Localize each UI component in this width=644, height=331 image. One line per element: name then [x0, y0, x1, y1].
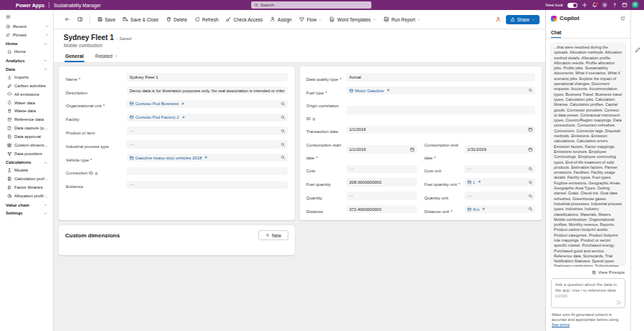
side-pane-button[interactable] [74, 14, 86, 24]
remove-icon[interactable]: ✕ [386, 89, 390, 93]
sidebar-group-data[interactable]: Data [0, 64, 53, 73]
calendar-icon[interactable] [526, 147, 533, 152]
back-button[interactable] [61, 14, 73, 24]
sidebar-group-value-chain[interactable]: Value chain [0, 200, 53, 209]
assign-button[interactable]: Assign [267, 14, 296, 24]
copilot-rail-icon[interactable] [635, 47, 640, 53]
field-distance[interactable]: 372.4000000000 [346, 205, 417, 214]
sidebar-group-calculations[interactable]: Calculations [0, 158, 53, 167]
sidebar-item-custom-dimensions[interactable]: Custom dimensions [0, 141, 53, 149]
lookup-pill[interactable]: L✕ [467, 180, 481, 184]
field-facility[interactable]: Contoso Pod Factory 2✕ [127, 114, 288, 122]
tab-general[interactable]: General [64, 52, 85, 62]
nav-toggle-button[interactable] [0, 12, 53, 22]
sidebar-item-waste-data[interactable]: Waste data [0, 107, 53, 115]
field-name[interactable]: Sydney Fleet 1 [127, 73, 288, 81]
remove-icon[interactable]: ✕ [181, 102, 185, 107]
sidebar-item-calculation-profiles[interactable]: Calculation profiles [0, 174, 53, 183]
help-icon[interactable] [612, 2, 618, 8]
sidebar-item-recent[interactable]: Recent [0, 22, 53, 31]
sidebar-item-models[interactable]: Models [0, 167, 53, 175]
tab-related[interactable]: Related [94, 52, 119, 62]
sidebar-item-water-data[interactable]: Water data [0, 99, 53, 107]
sidebar-group-settings[interactable]: Settings [0, 209, 53, 217]
lookup-pill[interactable]: Contoso Pod Business✕ [130, 102, 185, 106]
sidebar-item-data-providers[interactable]: Data providers [0, 149, 53, 158]
new-custom-dimension-button[interactable]: New [258, 230, 288, 240]
field-description[interactable]: Demo data is for illustration purposes o… [127, 87, 288, 95]
app-name[interactable]: Power Apps [16, 3, 44, 8]
sidebar-item-carbon-activities[interactable]: Carbon activities [0, 81, 53, 90]
run-report-button[interactable]: Run Report [381, 14, 424, 24]
lookup-pill[interactable]: Gasoline heavy-duty vehicles 2018✕ [130, 156, 208, 160]
field-data-quality-type[interactable]: Actual [346, 73, 535, 81]
view-prompts-button[interactable]: View Prompts [546, 268, 630, 277]
search-icon[interactable] [278, 129, 286, 134]
share-button[interactable]: Share [506, 15, 540, 24]
remove-icon[interactable]: ✕ [482, 207, 486, 212]
remove-icon[interactable]: ✕ [182, 116, 185, 120]
search-icon[interactable] [526, 167, 533, 172]
lookup-link[interactable]: Contoso Pod Factory 2 [135, 115, 179, 119]
field-fuel-quantity[interactable]: 208.0000000000 [346, 178, 417, 187]
sidebar-item-data-capture-preview[interactable]: Data capture (preview) [0, 124, 53, 132]
field-transaction-date[interactable]: 1/1/2019 [346, 126, 535, 134]
apps-icon[interactable] [622, 2, 628, 8]
field-evidence[interactable]: --- [127, 181, 288, 189]
field-connection-id[interactable] [127, 167, 288, 176]
sidebar-item-allocation-profiles-p[interactable]: Allocation profiles (p... [0, 192, 53, 200]
save-button[interactable]: Save [94, 14, 119, 24]
search-icon[interactable] [278, 102, 286, 107]
search-icon[interactable] [526, 207, 533, 212]
field-quantity-unit[interactable]: --- [464, 192, 535, 200]
new-look-toggle[interactable] [567, 3, 577, 8]
new-chat-icon[interactable] [620, 16, 625, 21]
search-icon[interactable] [526, 88, 533, 93]
settings-gear-icon[interactable] [602, 2, 608, 8]
search-icon[interactable] [278, 155, 286, 160]
save-close-button[interactable]: Save & Close [119, 14, 162, 24]
lookup-link[interactable]: L [473, 180, 475, 184]
flow-button[interactable]: Flow [296, 14, 326, 24]
refresh-button[interactable]: Refresh [191, 14, 222, 24]
field-cost[interactable]: --- [346, 165, 417, 174]
copilot-message-area[interactable]: ...that were resolved during the uploads… [546, 39, 630, 268]
field-quantity[interactable]: --- [346, 192, 417, 200]
field-fuel-type[interactable]: Motor Gasoline✕ [346, 87, 535, 95]
environment-name[interactable]: Sustainability Manager [54, 3, 101, 8]
sidebar-group-analytics[interactable]: Analytics [0, 56, 53, 64]
field-vehicle-type[interactable]: Gasoline heavy-duty vehicles 2018✕ [127, 154, 288, 162]
user-avatar[interactable] [632, 1, 639, 9]
calendar-icon[interactable] [408, 147, 415, 152]
see-terms-link[interactable]: See terms [552, 322, 570, 327]
sidebar-item-imports[interactable]: Imports [0, 73, 53, 81]
check-access-button[interactable]: Check Access [223, 14, 266, 24]
field-origin-correlation-id[interactable] [346, 106, 535, 114]
add-icon[interactable] [582, 2, 587, 8]
sidebar-item-all-emissions[interactable]: All emissions [0, 90, 53, 99]
sidebar-item-factor-libraries[interactable]: Factor libraries [0, 183, 53, 192]
field-organizational-unit[interactable]: Contoso Pod Business✕ [127, 100, 288, 109]
lookup-link[interactable]: Km [473, 207, 479, 212]
sidebar-item-data-approval[interactable]: Data approval [0, 132, 53, 141]
search-icon[interactable] [278, 115, 286, 120]
sidebar-group-home[interactable]: Home [0, 39, 53, 48]
field-product-or-item[interactable]: --- [127, 127, 288, 135]
sidebar-item-pinned[interactable]: Pinned [0, 31, 53, 39]
delete-button[interactable]: Delete [162, 14, 190, 24]
remove-icon[interactable]: ✕ [478, 180, 482, 184]
calendar-icon[interactable] [526, 127, 533, 132]
field-consumption-start-date[interactable]: 1/1/2019 [346, 145, 417, 154]
send-icon[interactable] [616, 300, 622, 305]
tab-chat[interactable]: Chat [551, 30, 561, 38]
copilot-input[interactable]: Ask a question about the data in the app… [551, 278, 625, 308]
lookup-pill[interactable]: Motor Gasoline✕ [349, 89, 390, 93]
field-fuel-quantity-unit[interactable]: L✕ [464, 178, 535, 187]
search-icon[interactable] [278, 142, 286, 147]
presence-icon[interactable] [495, 16, 502, 23]
sidebar-item-reference-data[interactable]: Reference data [0, 115, 53, 124]
notifications-button[interactable] [592, 2, 597, 8]
lookup-link[interactable]: Gasoline heavy-duty vehicles 2018 [135, 156, 202, 160]
word-templates-button[interactable]: Word Templates [326, 14, 380, 24]
lookup-link[interactable]: Contoso Pod Business [135, 102, 179, 106]
